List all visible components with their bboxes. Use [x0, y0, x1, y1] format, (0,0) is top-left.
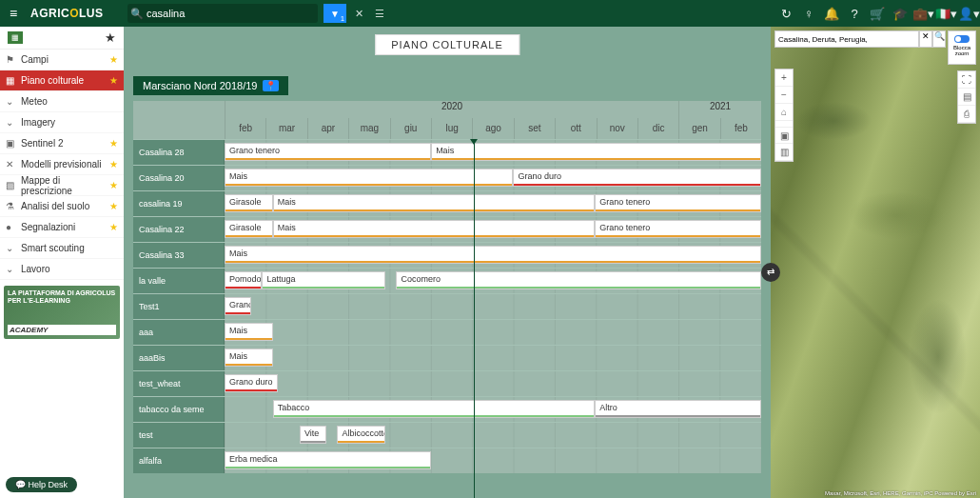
crop-bar[interactable]: Mais: [225, 349, 273, 367]
home-button[interactable]: ⌂: [775, 104, 793, 121]
user-icon[interactable]: 👤▾: [957, 7, 980, 21]
current-time-line: [474, 139, 475, 498]
crop-bar[interactable]: Mais: [273, 220, 595, 238]
month-giu: giu: [390, 118, 431, 139]
cart-icon[interactable]: 🛒: [866, 7, 889, 21]
grid-view-icon[interactable]: ▦: [8, 31, 23, 44]
month-mar: mar: [265, 118, 306, 139]
month-gen: gen: [678, 118, 719, 139]
map-panel[interactable]: ✕ 🔍 Blocca zoom + − ⌂ ▣ ▥ ⛶ ▤ ⎙ ⇄ Maxar,…: [771, 27, 980, 498]
gantt-row: tabacco da semeTabaccoAltro: [133, 396, 761, 422]
history-icon[interactable]: ↻: [774, 7, 797, 21]
row-label[interactable]: Casalina 33: [133, 243, 225, 268]
logo[interactable]: AGRICOLUS: [27, 7, 122, 20]
clear-search-button[interactable]: ✕: [350, 8, 367, 20]
row-label[interactable]: alfalfa: [133, 448, 225, 473]
row-label[interactable]: Casalina 20: [133, 166, 225, 190]
map-lock-zoom[interactable]: Blocca zoom: [948, 30, 976, 65]
crop-bar[interactable]: Altro: [595, 400, 761, 418]
crop-bar[interactable]: Lattuga: [262, 271, 385, 289]
crop-bar[interactable]: Grano tenero: [595, 220, 761, 238]
sidebar-item-segnalazioni[interactable]: ●Segnalazioni★: [0, 217, 124, 238]
helpdesk-button[interactable]: 💬 Help Desk: [6, 477, 77, 492]
crop-bar[interactable]: Grano duro: [513, 169, 761, 187]
list-view-button[interactable]: ☰: [371, 8, 388, 20]
crop-bar[interactable]: Mais: [225, 246, 761, 264]
sidebar-icon: ▦: [6, 75, 21, 86]
sidebar-item-lavoro[interactable]: ⌄Lavoro: [0, 259, 124, 280]
gantt-row: Test1Grano duro: [133, 293, 761, 319]
star-icon: ★: [109, 54, 118, 65]
pin-icon[interactable]: 📍: [263, 80, 279, 91]
sidebar-item-piano-colturale[interactable]: ▦Piano colturale★: [0, 70, 124, 91]
sidebar-item-analisi-del-suolo[interactable]: ⚗Analisi del suolo★: [0, 196, 124, 217]
gantt-row: la vallePomodorLattugaCocomero: [133, 268, 761, 293]
crop-bar[interactable]: Albicoccotto: [337, 426, 385, 444]
row-label[interactable]: aaa: [133, 320, 225, 345]
bell-icon[interactable]: 🔔: [820, 7, 843, 21]
measure-button[interactable]: ▥: [775, 144, 793, 161]
row-label[interactable]: la valle: [133, 269, 225, 293]
row-label[interactable]: test: [133, 423, 225, 448]
month-ago: ago: [472, 118, 513, 139]
sidebar-item-campi[interactable]: ⚑Campi★: [0, 50, 124, 70]
print-button[interactable]: ⎙: [958, 106, 975, 123]
sidebar-icon: ⚑: [6, 54, 21, 65]
crop-bar[interactable]: Pomodor: [225, 271, 262, 289]
expand-button[interactable]: ⛶: [958, 71, 975, 89]
crop-bar[interactable]: Mais: [225, 169, 513, 187]
farm-header[interactable]: Marsciano Nord 2018/19 📍: [133, 76, 288, 95]
map-search-clear[interactable]: ✕: [919, 30, 932, 48]
map-search: ✕ 🔍: [774, 30, 946, 48]
crop-bar[interactable]: Erba medica: [225, 451, 431, 469]
layers-button[interactable]: ▣: [775, 127, 793, 144]
row-label[interactable]: Casalina 28: [133, 140, 225, 165]
filter-button[interactable]: ▼1: [323, 4, 346, 23]
row-label[interactable]: casalina 19: [133, 191, 225, 216]
crop-bar[interactable]: Grano tenero: [595, 194, 761, 212]
row-label[interactable]: aaaBis: [133, 346, 225, 370]
crop-bar[interactable]: Grano duro: [225, 297, 251, 315]
graduation-icon[interactable]: 🎓: [889, 7, 911, 21]
favorite-icon[interactable]: ★: [105, 30, 116, 45]
row-label[interactable]: Test1: [133, 294, 225, 319]
crop-bar[interactable]: Girasole: [225, 194, 273, 212]
row-label[interactable]: Casalina 22: [133, 217, 225, 242]
crop-bar[interactable]: Girasole: [225, 220, 273, 238]
flag-icon[interactable]: 🇮🇹▾: [934, 7, 957, 21]
crop-bar[interactable]: Grano duro: [225, 374, 278, 392]
panel-drag-handle[interactable]: ⇄: [761, 263, 780, 282]
sidebar-item-meteo[interactable]: ⌄Meteo: [0, 91, 124, 112]
sidebar-item-imagery[interactable]: ⌄Imagery: [0, 112, 124, 133]
row-label[interactable]: tabacco da seme: [133, 397, 225, 422]
crop-bar[interactable]: Tabacco: [273, 400, 595, 418]
zoom-in-button[interactable]: +: [775, 70, 793, 87]
zoom-out-button[interactable]: −: [775, 87, 793, 104]
sidebar-item-label: Sentinel 2: [21, 138, 109, 149]
gantt-row: Casalina 20MaisGrano duro: [133, 165, 761, 190]
help-icon[interactable]: ?: [843, 7, 866, 21]
map-search-button[interactable]: 🔍: [932, 30, 946, 48]
crop-bar[interactable]: Vite: [300, 426, 326, 444]
crop-bar[interactable]: Cocomero: [396, 271, 761, 289]
search-input[interactable]: [147, 8, 318, 19]
briefcase-icon[interactable]: 💼▾: [911, 7, 934, 21]
gantt-row: aaaMais: [133, 319, 761, 345]
row-track: Mais: [225, 243, 761, 268]
academy-banner[interactable]: LA PIATTAFORMA DI AGRICOLUS PER L'E-LEAR…: [4, 286, 120, 339]
crop-bar[interactable]: Mais: [273, 194, 595, 212]
crop-bar[interactable]: Grano tenero: [225, 143, 431, 161]
row-track: ViteAlbicoccotto: [225, 423, 761, 448]
crop-bar[interactable]: Mais: [225, 323, 273, 341]
sidebar-item-sentinel-2[interactable]: ▣Sentinel 2★: [0, 133, 124, 154]
bulb-icon[interactable]: ♀: [797, 7, 820, 21]
menu-button[interactable]: ≡: [0, 6, 27, 21]
sidebar-item-mappe-di-prescrizione[interactable]: ▧Mappe di prescrizione★: [0, 175, 124, 196]
crop-bar[interactable]: Mais: [431, 143, 761, 161]
row-label[interactable]: test_wheat: [133, 371, 225, 396]
layers2-button[interactable]: ▤: [958, 89, 975, 106]
sidebar-item-smart-scouting[interactable]: ⌄Smart scouting: [0, 238, 124, 259]
month-nov: nov: [597, 118, 637, 139]
sidebar-item-modelli-previsionali[interactable]: ✕Modelli previsionali★: [0, 154, 124, 175]
map-search-input[interactable]: [774, 30, 919, 48]
